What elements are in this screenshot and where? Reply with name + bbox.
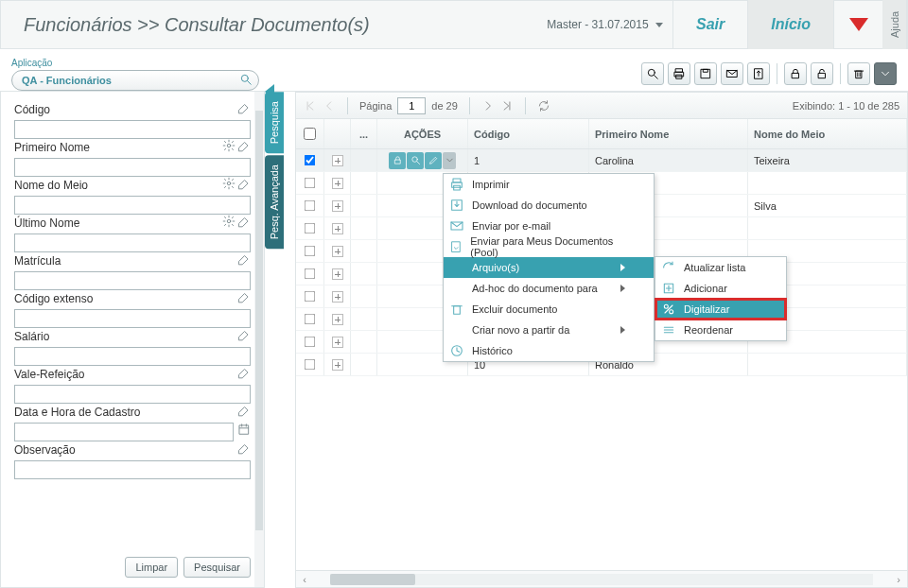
scrollbar[interactable] [254, 92, 264, 587]
ctx-history[interactable]: Histórico [444, 340, 654, 361]
erase-icon[interactable] [237, 404, 251, 421]
col-more[interactable]: ... [351, 119, 377, 148]
sub-scan[interactable]: Digitalizar [655, 299, 786, 320]
expand-icon[interactable] [332, 314, 343, 325]
col-nome-meio[interactable]: Nome do Meio [748, 119, 907, 148]
help-tab[interactable]: Ajuda [882, 0, 907, 49]
ctx-print[interactable]: Imprimir [444, 174, 654, 195]
clear-button[interactable]: Limpar [125, 557, 178, 578]
page-input[interactable] [397, 97, 426, 114]
erase-icon[interactable] [237, 101, 251, 118]
tab-pesquisa-avancada[interactable]: Pesq. Avançada [265, 155, 284, 249]
scroll-right-icon[interactable]: › [890, 574, 907, 585]
row-checkbox[interactable] [305, 246, 316, 257]
field-input[interactable] [14, 120, 251, 139]
first-page-icon[interactable] [304, 99, 317, 112]
gear-icon[interactable] [222, 139, 236, 156]
expand-icon[interactable] [332, 359, 343, 371]
expand-icon[interactable] [332, 223, 343, 234]
tab-pesquisa[interactable]: Pesquisa [265, 92, 284, 153]
row-checkbox[interactable] [305, 359, 316, 371]
erase-icon[interactable] [237, 328, 251, 345]
alert-button[interactable] [833, 0, 882, 49]
ctx-pool[interactable]: Enviar para Meus Documentos (Pool) [444, 236, 654, 257]
refresh-icon[interactable] [537, 99, 550, 112]
sub-refresh[interactable]: Atualizar lista [655, 257, 786, 278]
h-scrollbar[interactable]: ‹ › [296, 570, 907, 587]
user-menu[interactable]: Master - 31.07.2015 [547, 18, 663, 31]
erase-icon[interactable] [237, 252, 251, 269]
col-primeiro-nome[interactable]: Primeiro Nome [589, 119, 748, 148]
ctx-delete[interactable]: Excluir documento [444, 299, 654, 320]
row-lock-icon[interactable] [389, 152, 406, 169]
sub-add[interactable]: Adicionar [655, 278, 786, 299]
next-page-icon[interactable] [481, 99, 495, 112]
toolbar-save-button[interactable] [694, 62, 717, 85]
prev-page-icon[interactable] [323, 99, 336, 112]
row-checkbox[interactable] [305, 155, 316, 166]
expand-icon[interactable] [332, 200, 343, 212]
home-button[interactable]: Início [747, 0, 833, 49]
expand-icon[interactable] [332, 337, 343, 348]
col-acoes[interactable]: AÇÕES [377, 119, 468, 148]
gear-icon[interactable] [222, 215, 236, 232]
select-all-checkbox[interactable] [304, 128, 316, 140]
row-checkbox[interactable] [305, 314, 316, 325]
ctx-newfrom[interactable]: Criar novo a partir da [444, 320, 654, 340]
row-checkbox[interactable] [305, 178, 316, 189]
scroll-left-icon[interactable]: ‹ [296, 574, 313, 585]
table-row[interactable]: 1CarolinaTeixeira [296, 149, 907, 172]
row-checkbox[interactable] [305, 223, 316, 234]
erase-icon[interactable] [237, 441, 251, 458]
row-checkbox[interactable] [305, 291, 316, 303]
toolbar-more-button[interactable] [874, 62, 897, 85]
expand-icon[interactable] [332, 291, 343, 303]
calendar-icon[interactable] [237, 423, 251, 440]
toolbar-export-button[interactable] [747, 62, 770, 85]
svg-point-18 [227, 182, 231, 185]
field-input[interactable] [14, 385, 251, 404]
field-input[interactable] [14, 158, 251, 177]
expand-icon[interactable] [332, 268, 343, 280]
row-search-icon[interactable] [407, 152, 424, 169]
app-selector[interactable]: QA - Funcionários [11, 70, 259, 91]
row-checkbox[interactable] [305, 268, 316, 280]
last-page-icon[interactable] [500, 99, 514, 112]
field-input[interactable] [14, 309, 251, 328]
toolbar-mail-button[interactable] [721, 62, 743, 85]
sub-reorder[interactable]: Reordenar [655, 320, 786, 340]
toolbar-delete-button[interactable] [847, 62, 870, 85]
row-checkbox[interactable] [305, 337, 316, 348]
toolbar-lock-button[interactable] [784, 62, 807, 85]
toolbar-search-button[interactable] [641, 62, 664, 85]
field-input[interactable] [14, 233, 251, 252]
row-checkbox[interactable] [305, 200, 316, 212]
logout-button[interactable]: Sair [672, 0, 747, 49]
field-input[interactable] [14, 347, 251, 366]
erase-icon[interactable] [237, 366, 251, 383]
ctx-download[interactable]: Download do documento [444, 195, 654, 216]
ctx-files[interactable]: Arquivo(s) [444, 257, 654, 278]
expand-icon[interactable] [332, 155, 343, 166]
showing-label: Exibindo: 1 - 10 de 285 [793, 100, 899, 112]
expand-icon[interactable] [332, 178, 343, 189]
toolbar-print-button[interactable] [668, 62, 690, 85]
field-input[interactable] [14, 271, 251, 290]
gear-icon[interactable] [222, 177, 236, 194]
erase-icon[interactable] [237, 290, 251, 307]
row-more-icon[interactable] [443, 152, 456, 169]
field-input[interactable] [14, 423, 234, 441]
row-edit-icon[interactable] [425, 152, 442, 169]
erase-icon[interactable] [237, 139, 251, 156]
erase-icon[interactable] [237, 215, 251, 232]
erase-icon[interactable] [237, 177, 251, 194]
field-input[interactable] [14, 460, 251, 479]
field-input[interactable] [14, 196, 251, 215]
search-field: Código [14, 101, 251, 139]
ctx-email[interactable]: Enviar por e-mail [444, 216, 654, 236]
toolbar-unlock-button[interactable] [811, 62, 833, 85]
search-button[interactable]: Pesquisar [183, 557, 251, 578]
col-codigo[interactable]: Código [468, 119, 589, 148]
ctx-adhoc[interactable]: Ad-hoc do documento para [444, 278, 654, 299]
expand-icon[interactable] [332, 246, 343, 257]
